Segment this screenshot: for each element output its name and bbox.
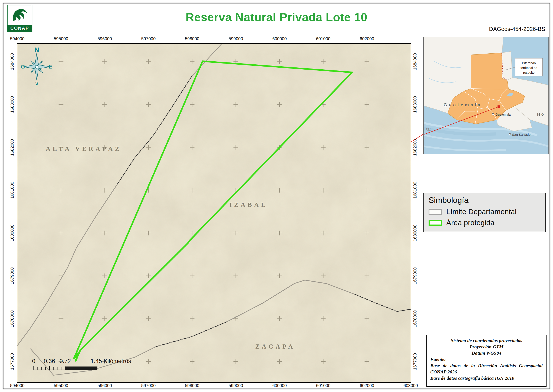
map-canvas: N O E S ALTA VERAPAZIZABALZACAPA 00.360.… — [17, 43, 411, 383]
honduras-label: Ho — [537, 112, 545, 117]
country-label: Guatemala — [443, 102, 482, 107]
grid-y-label: 1678000 — [10, 310, 15, 327]
grid-x-label: 600000 — [272, 383, 287, 388]
svg-text:0.36: 0.36 — [44, 358, 55, 364]
svg-text:0: 0 — [32, 358, 35, 364]
departmental-limit-swatch — [429, 209, 442, 215]
legend: Simbología Límite Departamental Área pro… — [423, 193, 546, 232]
coordinate-axis-right: 1684000168300016820001681000168000016790… — [412, 44, 419, 382]
compass-east-label: E — [49, 64, 52, 70]
grid-y-label: 1683000 — [413, 96, 418, 113]
grid-x-label: 594000 — [10, 36, 25, 41]
credits-coord-system: Sistema de coordenadas proyectadas — [430, 337, 543, 343]
legend-title: Simbología — [429, 196, 540, 205]
grid-y-label: 1684000 — [413, 53, 418, 70]
credits-source-label: Fuente: — [430, 356, 543, 362]
grid-x-label: 602000 — [360, 383, 374, 388]
grid-y-label: 1682000 — [10, 139, 15, 156]
compass-north-label: N — [34, 46, 39, 53]
coordinate-axis-left: 1684000168300016820001681000168000016790… — [9, 44, 16, 382]
grid-x-label: 596000 — [97, 36, 112, 41]
legend-label-protected-area: Área protegida — [446, 218, 494, 227]
grid-y-label: 1677000 — [10, 353, 15, 370]
san-salvador-label: San Salvador — [512, 133, 532, 136]
road-ref-label: 721 — [426, 128, 431, 131]
credits-projection: Proyección GTM — [430, 343, 543, 350]
grid-x-label: 594000 — [10, 383, 25, 388]
terrain-texture-fine — [17, 44, 411, 382]
grid-y-label: 1682000 — [413, 139, 418, 156]
grid-y-label: 1681000 — [413, 182, 418, 199]
page-frame: CONAP Reserva Natural Privada Lote 10 DA… — [3, 3, 550, 389]
map-region: 5940005950005960005970005980005990006000… — [17, 43, 411, 383]
compass-rose: N O E S — [20, 46, 54, 86]
department-label: ALTA VERAPAZ — [46, 145, 122, 152]
grid-x-label: 597000 — [141, 36, 156, 41]
capital-city-label: Guatemala — [496, 113, 511, 116]
scale-bar: 00.360.721.45 Kilómetros — [32, 357, 175, 373]
grid-y-label: 1683000 — [10, 96, 15, 113]
grid-x-label: 600000 — [272, 36, 287, 41]
credits-datum: Datum WGS84 — [430, 350, 543, 356]
conap-wordmark: CONAP — [7, 25, 32, 31]
grid-x-label: 602000 — [360, 36, 374, 41]
protected-area-swatch — [429, 220, 442, 226]
grid-x-label: 598000 — [185, 383, 199, 388]
grid-x-label: 595000 — [54, 36, 68, 41]
coordinate-axis-bottom: 5940005950005960005970005980005990006000… — [17, 383, 411, 389]
grid-y-label: 1679000 — [10, 267, 15, 284]
credits-source-1: Base de datos de la Dirección Análisis G… — [430, 362, 543, 375]
reserve-location-marker — [498, 105, 500, 108]
grid-x-label: 599000 — [228, 383, 243, 388]
document-code: DAGeos-454-2026-BS — [489, 26, 545, 32]
coordinate-axis-top: 5940005950005960005970005980005990006000… — [17, 36, 411, 42]
legend-item-protected-area: Área protegida — [429, 218, 540, 227]
header: CONAP Reserva Natural Privada Lote 10 DA… — [3, 3, 550, 34]
compass-center — [35, 65, 38, 68]
credits-source-2: Base de datos cartografía básica IGN 201… — [430, 375, 543, 381]
compass-west-label: O — [21, 64, 25, 70]
callout-line3: resuelto — [523, 71, 535, 74]
capital-city-dot — [492, 113, 494, 115]
grid-x-label: 599000 — [228, 36, 243, 41]
belize-landmass — [502, 51, 512, 80]
grid-y-label: 1679000 — [413, 267, 418, 284]
grid-x-label: 595000 — [54, 383, 68, 388]
san-salvador-dot — [509, 133, 511, 135]
inset-locator-map: Diferendo territorial no resuelto Guatem… — [423, 37, 549, 154]
department-label: IZABAL — [229, 201, 268, 208]
credits-box: Sistema de coordenadas proyectadas Proye… — [426, 335, 546, 387]
callout-line2: territorial no — [520, 66, 537, 70]
grid-x-label: 603000 — [403, 383, 418, 388]
compass-south-label: S — [35, 81, 38, 86]
grid-y-label: 1680000 — [10, 224, 15, 241]
grid-y-label: 1681000 — [10, 182, 15, 199]
grid-y-label: 1684000 — [10, 53, 15, 70]
grid-x-label: 597000 — [141, 383, 156, 388]
grid-x-label: 596000 — [97, 383, 112, 388]
grid-y-label: 1677000 — [413, 353, 418, 370]
grid-x-label: 601000 — [316, 383, 331, 388]
grid-x-label: 598000 — [185, 36, 199, 41]
svg-text:1.45 Kilómetros: 1.45 Kilómetros — [90, 358, 131, 364]
department-label: ZACAPA — [255, 343, 295, 350]
callout-line1: Diferendo — [522, 61, 536, 65]
legend-item-departmental-limit: Límite Departamental — [429, 207, 540, 216]
grid-y-label: 1678000 — [413, 310, 418, 327]
grid-y-label: 1680000 — [413, 224, 418, 241]
legend-label-departmental-limit: Límite Departamental — [446, 207, 517, 216]
topographic-map — [17, 44, 411, 382]
svg-text:0.72: 0.72 — [59, 358, 71, 364]
grid-x-label: 601000 — [316, 36, 331, 41]
page-title: Reserva Natural Privada Lote 10 — [3, 10, 550, 24]
